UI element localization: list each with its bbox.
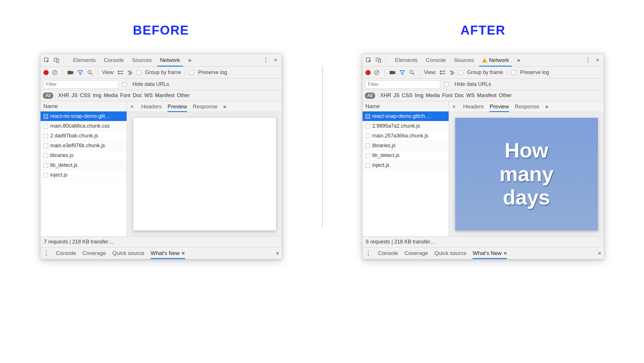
close-detail-icon[interactable] [451,103,458,110]
tabs-overflow[interactable] [513,54,524,66]
search-icon[interactable] [408,69,416,76]
kebab-menu-icon[interactable] [584,56,592,65]
chip-doc[interactable]: Doc [455,92,464,99]
hide-data-urls-checkbox[interactable] [122,82,127,87]
chip-media[interactable]: Media [426,92,440,99]
record-icon[interactable] [43,70,49,75]
detail-tab-preview[interactable]: Preview [489,101,509,112]
filter-input[interactable] [43,80,118,88]
chip-font[interactable]: Font [442,92,453,99]
request-row[interactable]: main.80ca66ca.chunk.css [41,121,127,131]
tab-sources[interactable]: Sources [450,54,478,66]
tab-console[interactable]: Console [422,54,450,66]
filter-icon[interactable] [399,69,406,76]
detail-tab-headers[interactable]: Headers [141,101,162,112]
tab-network[interactable]: Network [156,54,184,66]
drawer-quicksource[interactable]: Quick source [435,247,466,259]
chip-media[interactable]: Media [104,92,118,99]
clear-icon[interactable] [51,69,58,76]
drawer-coverage[interactable]: Coverage [404,247,428,259]
chip-img[interactable]: Img [93,92,101,99]
detail-tabs-overflow-icon[interactable] [545,101,548,112]
request-row[interactable]: react-snap-demo.glitch.… [363,111,449,121]
tabs-overflow[interactable] [184,54,195,66]
request-row[interactable]: libraries.js [41,151,127,160]
hide-data-urls-checkbox[interactable] [444,82,449,87]
inspect-element-icon[interactable] [364,56,373,65]
chip-img[interactable]: Img [415,92,423,99]
large-rows-icon[interactable] [117,69,124,76]
chip-css[interactable]: CSS [402,92,412,99]
group-by-frame-checkbox[interactable] [136,70,141,75]
request-row[interactable]: 2.9895a7a2.chunk.js [363,121,449,131]
search-icon[interactable] [86,69,94,76]
record-icon[interactable] [365,70,371,75]
request-row[interactable]: main.257a366a.chunk.js [363,131,449,141]
filter-input[interactable] [365,80,440,88]
camera-icon[interactable] [389,69,396,76]
request-row[interactable]: react-no-snap-demo.glit… [41,111,127,121]
detail-tabs-overflow-icon[interactable] [223,101,226,112]
device-toolbar-icon[interactable] [52,56,61,65]
request-row[interactable]: inject.js [41,170,127,180]
chip-manifest[interactable]: Manifest [477,92,497,99]
drawer-whatsnew[interactable]: What's New [150,247,185,259]
preserve-log-checkbox[interactable] [511,70,516,75]
tab-console[interactable]: Console [100,54,128,66]
request-row[interactable]: lib_detect.js [363,151,449,160]
request-row[interactable]: libraries.js [363,141,449,151]
drawer-console[interactable]: Console [56,247,76,259]
chip-all[interactable]: All [365,92,376,99]
chip-xhr[interactable]: XHR [380,92,391,99]
kebab-menu-icon[interactable] [262,56,270,65]
drawer-menu-icon[interactable] [43,249,50,257]
device-toolbar-icon[interactable] [374,56,383,65]
chip-doc[interactable]: Doc [133,92,142,99]
tab-network[interactable]: Network [478,54,513,66]
request-row[interactable]: inject.js [363,160,449,170]
chip-ws[interactable]: WS [466,92,475,99]
detail-tab-response[interactable]: Response [515,101,540,112]
filter-icon[interactable] [77,69,84,76]
detail-tab-headers[interactable]: Headers [463,101,484,112]
drawer-quicksource[interactable]: Quick source [113,247,144,259]
request-list-header[interactable]: Name [41,101,127,111]
request-row[interactable]: 2.dad97bab.chunk.js [41,131,127,141]
waterfall-icon[interactable] [449,69,456,76]
close-drawer-icon[interactable] [598,250,601,256]
large-rows-icon[interactable] [439,69,446,76]
chip-js[interactable]: JS [71,92,77,99]
close-devtools-icon[interactable] [593,56,602,65]
chip-font[interactable]: Font [120,92,131,99]
request-row[interactable]: main.e3ef976b.chunk.js [41,141,127,151]
group-by-frame-checkbox[interactable] [458,70,463,75]
close-devtools-icon[interactable] [271,56,280,65]
close-whatsnew-icon[interactable] [503,250,507,256]
tab-elements[interactable]: Elements [391,54,422,66]
tab-sources[interactable]: Sources [128,54,156,66]
waterfall-icon[interactable] [127,69,134,76]
chip-manifest[interactable]: Manifest [155,92,175,99]
drawer-whatsnew[interactable]: What's New [472,247,507,259]
close-drawer-icon[interactable] [276,250,279,256]
drawer-menu-icon[interactable] [365,249,372,257]
close-whatsnew-icon[interactable] [181,250,185,256]
close-detail-icon[interactable] [129,103,136,110]
chip-css[interactable]: CSS [80,92,90,99]
chip-other[interactable]: Other [499,92,512,99]
drawer-coverage[interactable]: Coverage [82,247,106,259]
chip-ws[interactable]: WS [144,92,153,99]
detail-tab-response[interactable]: Response [193,101,218,112]
inspect-element-icon[interactable] [42,56,51,65]
chip-other[interactable]: Other [177,92,190,99]
chip-js[interactable]: JS [393,92,399,99]
detail-tab-preview[interactable]: Preview [167,101,187,112]
chip-xhr[interactable]: XHR [58,92,69,99]
tab-elements[interactable]: Elements [69,54,100,66]
clear-icon[interactable] [373,69,380,76]
request-list-header[interactable]: Name [363,101,449,111]
camera-icon[interactable] [67,69,74,76]
chip-all[interactable]: All [43,92,54,99]
drawer-console[interactable]: Console [378,247,398,259]
request-row[interactable]: lib_detect.js [41,160,127,170]
